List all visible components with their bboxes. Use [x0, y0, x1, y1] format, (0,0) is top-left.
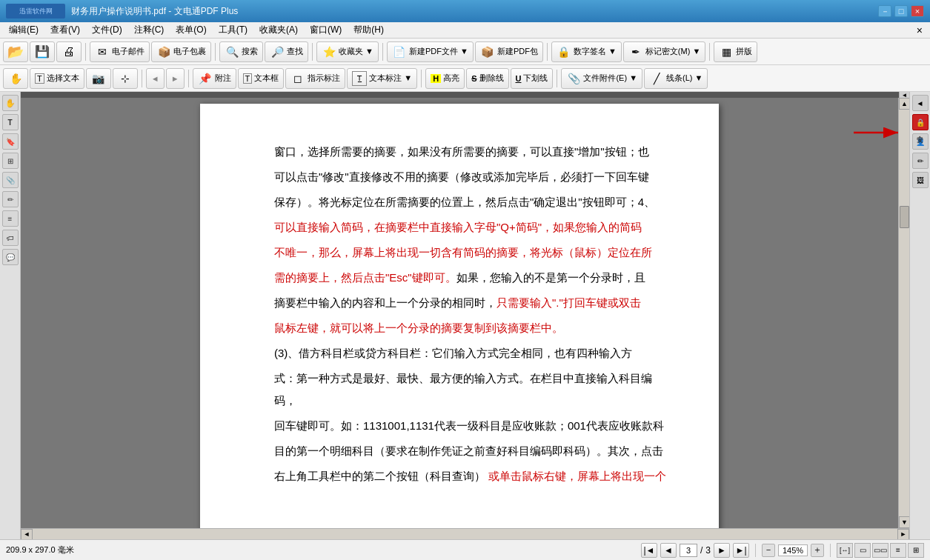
- print-icon: 🖨: [62, 44, 76, 59]
- panel-text-icon[interactable]: T: [2, 114, 19, 130]
- text-red-2: 不唯一，那么，屏幕上将出现一切含有简码的摘要，将光标（鼠标）定位在所: [274, 246, 652, 259]
- epkg-button[interactable]: 📦 电子包裹: [151, 41, 211, 62]
- separator-2: [215, 43, 216, 61]
- menu-favorites[interactable]: 收藏夹(A): [253, 22, 304, 38]
- text-red-1: 可以直接输入简码，在摘要栏中直接输入字母"Q+简码"，如果您输入的简码: [274, 221, 642, 233]
- image-panel-btn[interactable]: 🖼: [912, 172, 929, 188]
- two-page-btn[interactable]: ▭▭: [872, 543, 889, 558]
- highlight-icon: H: [431, 74, 441, 83]
- zoom-out-btn[interactable]: －: [762, 544, 775, 557]
- vertical-scrollbar[interactable]: ▲ ▼: [898, 98, 909, 528]
- scroll-right-btn[interactable]: ►: [897, 529, 909, 540]
- continuous-btn[interactable]: ≡: [890, 543, 906, 558]
- last-page-btn[interactable]: ►|: [733, 543, 749, 558]
- fit-page-btn[interactable]: [↔]: [837, 543, 853, 558]
- scroll-thumb[interactable]: [900, 206, 909, 228]
- panel-hand-icon[interactable]: ✋: [2, 95, 19, 111]
- new-pkg-button[interactable]: 📦 新建PDF包: [475, 41, 543, 62]
- layout-button[interactable]: ▦ 拼版: [714, 41, 757, 62]
- first-page-btn[interactable]: |◄: [641, 543, 657, 558]
- pdf-scroll-container: 窗口，选择所需要的摘要，如果没有所需要的摘要，可以直接"增加"按钮；也 可以点击…: [21, 98, 909, 528]
- page-info: / 3: [680, 544, 711, 557]
- scroll-left-btn[interactable]: ◄: [21, 529, 33, 540]
- new-pdf-button[interactable]: 📄 新建PDF文件 ▼: [387, 41, 474, 62]
- menu-tools[interactable]: 工具(T): [213, 22, 253, 38]
- select-button[interactable]: ⊹: [113, 68, 138, 89]
- menu-file[interactable]: 文件(D): [86, 22, 128, 38]
- email-button[interactable]: ✉ 电子邮件: [90, 41, 150, 62]
- scroll-up-btn[interactable]: ▲: [899, 98, 909, 110]
- content-p12: 目的第一个明细科目（要求在制作凭证之前查好科目编码即科码）。其次，点击: [274, 440, 667, 462]
- sign-button[interactable]: 🔒 数字签名 ▼: [551, 41, 622, 62]
- redo-button[interactable]: ►: [166, 68, 185, 89]
- snapshot-button[interactable]: 📷: [86, 68, 111, 89]
- menu-window[interactable]: 窗口(W): [304, 22, 348, 38]
- content-p1: 窗口，选择所需要的摘要，如果没有所需要的摘要，可以直接"增加"按钮；也: [274, 141, 667, 163]
- panel-chat-icon[interactable]: 💬: [2, 249, 19, 265]
- next-page-btn[interactable]: ►: [714, 543, 730, 558]
- scroll-down-btn[interactable]: ▼: [899, 516, 909, 528]
- collapse-left-btn[interactable]: ◄: [899, 92, 909, 98]
- close-x-button[interactable]: ×: [912, 24, 927, 36]
- redact-button[interactable]: ✒ 标记密文(M) ▼: [623, 41, 705, 62]
- open-button[interactable]: 📂: [3, 41, 28, 62]
- underline-label: 下划线: [523, 73, 548, 84]
- right-panel-collapse-btn[interactable]: ◄: [912, 95, 929, 111]
- menu-form[interactable]: 表单(O): [170, 22, 212, 38]
- panel-attach-icon[interactable]: 📎: [2, 172, 19, 188]
- callout-icon: ◻: [290, 71, 305, 86]
- search-button[interactable]: 🔍 搜索: [219, 41, 263, 62]
- pdf-background[interactable]: 窗口，选择所需要的摘要，如果没有所需要的摘要，可以直接"增加"按钮；也 可以点击…: [21, 98, 898, 528]
- single-page-btn[interactable]: ▭: [854, 543, 871, 558]
- search-icon: 🔍: [225, 44, 239, 59]
- find-button[interactable]: 🔎 查找: [265, 41, 308, 62]
- zoom-in-btn[interactable]: ＋: [811, 544, 824, 557]
- line-button[interactable]: ╱ 线条(L) ▼: [644, 68, 708, 89]
- callout-label: 指示标注: [308, 73, 340, 84]
- save-button[interactable]: 💾: [30, 41, 55, 62]
- sign-panel-btn[interactable]: ✏: [912, 153, 929, 169]
- separator-3: [312, 43, 313, 61]
- user-panel-btn[interactable]: 👤: [912, 133, 929, 150]
- undo-button[interactable]: ◄: [146, 68, 165, 89]
- content-p13: 右上角工具栏中的第二个按钮（科目查询） 或单击鼠标右键，屏幕上将出现一个: [274, 465, 667, 487]
- current-page-input[interactable]: [680, 544, 697, 557]
- prev-page-btn[interactable]: ◄: [660, 543, 677, 558]
- underline-button[interactable]: U 下划线: [511, 68, 554, 89]
- panel-signature-icon[interactable]: ✏: [2, 191, 19, 207]
- panel-layers-icon[interactable]: ≡: [2, 210, 19, 227]
- panel-tag-icon[interactable]: 🏷: [2, 230, 19, 246]
- minimize-button[interactable]: －: [878, 5, 891, 17]
- menu-view[interactable]: 查看(V): [44, 22, 86, 38]
- content-p9: (3)、借方科目栏或贷方科目栏：它们输入方式完全相同，也有四种输入方: [274, 342, 667, 364]
- select-text-button[interactable]: T 选择文本: [30, 68, 84, 89]
- sticky-button[interactable]: 📌 附注: [193, 68, 236, 89]
- panel-pages-icon[interactable]: ⊞: [2, 153, 19, 169]
- attach-button[interactable]: 📎 文件附件(E) ▼: [561, 68, 642, 89]
- status-bar: 209.9 x 297.0 毫米 |◄ ◄ / 3 ► ►| － 145% ＋ …: [0, 539, 930, 560]
- hand-tool-button[interactable]: ✋: [3, 68, 28, 89]
- print-button[interactable]: 🖨: [56, 41, 82, 62]
- zoom-display[interactable]: 145%: [778, 544, 808, 556]
- menu-edit[interactable]: 编辑(E): [3, 22, 44, 38]
- new-pkg-label: 新建PDF包: [497, 46, 538, 57]
- panel-bookmark-icon[interactable]: 🔖: [2, 133, 19, 150]
- maximize-button[interactable]: □: [894, 5, 908, 17]
- close-button[interactable]: ×: [911, 5, 924, 17]
- content-p5: 不唯一，那么，屏幕上将出现一切含有简码的摘要，将光标（鼠标）定位在所: [274, 241, 667, 264]
- email-label: 电子邮件: [112, 46, 145, 57]
- security-panel-btn[interactable]: 🔒: [912, 114, 929, 130]
- open-icon: 📂: [8, 44, 23, 59]
- highlight-button[interactable]: H 高亮: [425, 68, 465, 89]
- separator-1: [85, 43, 86, 61]
- callout-button[interactable]: ◻ 指示标注: [285, 68, 345, 89]
- menu-annotate[interactable]: 注释(C): [128, 22, 170, 38]
- strikeout-button[interactable]: S 删除线: [466, 68, 508, 89]
- select-text-label: 选择文本: [47, 73, 79, 84]
- spread-btn[interactable]: ⊞: [908, 543, 924, 558]
- text-markup-button[interactable]: T̲ 文本标注 ▼: [347, 68, 417, 89]
- textbox-button[interactable]: T 文本框: [238, 68, 285, 89]
- window-title: 财务用户操作说明书.pdf - 文电通PDF Plus: [71, 5, 238, 18]
- menu-help[interactable]: 帮助(H): [348, 22, 390, 38]
- favorites-button[interactable]: ⭐ 收藏夹 ▼: [316, 41, 379, 62]
